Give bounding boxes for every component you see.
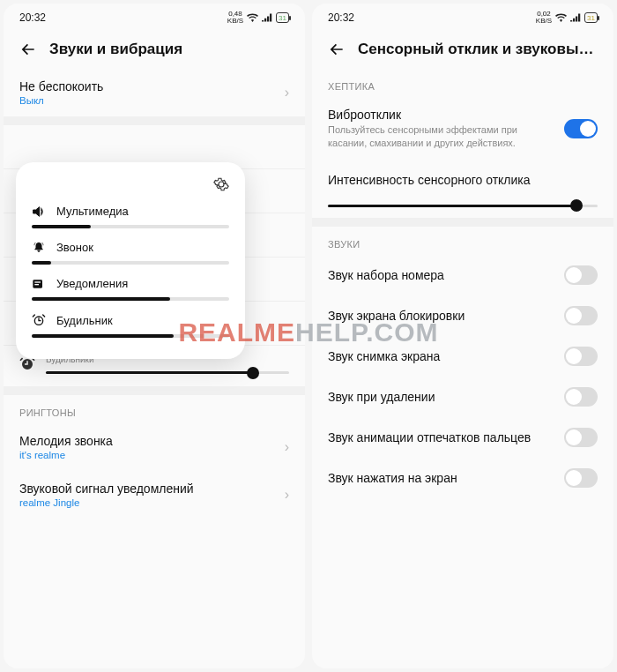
sound-label: Звук снимка экрана	[328, 349, 555, 363]
notif-title: Звуковой сигнал уведомлений	[19, 482, 276, 496]
page-title: Звуки и вибрация	[49, 41, 289, 58]
row-sound-2[interactable]: Звук снимка экрана	[312, 336, 613, 377]
sound-toggle[interactable]	[564, 306, 598, 325]
ringtone-sub: it's realme	[19, 450, 276, 460]
vol-row-ring: Звонок	[32, 241, 229, 265]
status-rate: 0,02KB/S	[536, 11, 552, 25]
gear-icon[interactable]	[213, 176, 229, 192]
ringtone-title: Мелодия звонка	[19, 434, 276, 448]
chevron-right-icon: ›	[285, 487, 289, 503]
intensity-thumb[interactable]	[570, 199, 583, 212]
status-time: 20:32	[19, 11, 46, 24]
vol-multimedia-label: Мультимедиа	[56, 205, 129, 218]
clock-icon	[32, 313, 48, 327]
vol-row-alarm: Будильник	[32, 313, 229, 338]
dnd-sub: Выкл	[19, 95, 276, 106]
section-ringtones: РИНГТОНЫ	[4, 395, 305, 423]
svg-rect-1	[34, 281, 41, 282]
sound-label: Звук анимации отпечатков пальцев	[328, 430, 555, 444]
row-notification-sound[interactable]: Звуковой сигнал уведомлений realme Jingl…	[4, 471, 305, 519]
vol-row-notify: Уведомления	[32, 277, 229, 301]
vol-multimedia-slider[interactable]	[32, 225, 229, 228]
alarm-slider-thumb[interactable]	[247, 367, 259, 379]
status-rate: 0,48KB/S	[227, 11, 243, 25]
wifi-icon	[247, 13, 258, 22]
section-haptics: ХЕПТИКА	[312, 69, 613, 97]
svg-rect-2	[34, 284, 39, 285]
page-title: Сенсорный отклик и звуковые сигна…	[358, 41, 598, 58]
status-bar: 20:32 0,02KB/S 31	[312, 4, 613, 28]
row-haptic-intensity: Интенсивность сенсорного отклика	[312, 161, 613, 190]
vol-ring-label: Звонок	[56, 241, 93, 254]
volume-panel: Мультимедиа Звонок Уведомления	[16, 162, 245, 359]
battery-icon: 31	[584, 12, 598, 23]
signal-icon	[262, 13, 272, 22]
speaker-icon	[32, 205, 48, 218]
vol-alarm-slider[interactable]	[32, 334, 229, 338]
row-dnd[interactable]: Не беспокоить Выкл ›	[4, 69, 305, 116]
intensity-slider[interactable]	[328, 205, 598, 207]
row-sound-0[interactable]: Звук набора номера	[312, 255, 613, 295]
intensity-title: Интенсивность сенсорного отклика	[328, 173, 598, 187]
sound-toggle[interactable]	[564, 428, 598, 447]
notif-sub: realme Jingle	[19, 497, 276, 508]
notification-icon	[32, 278, 48, 290]
haptic-toggle[interactable]	[564, 119, 598, 138]
vol-row-multimedia: Мультимедиа	[32, 205, 229, 228]
wifi-icon	[555, 13, 567, 22]
haptic-title: Виброотклик	[328, 108, 555, 122]
page-header: Звуки и вибрация	[4, 28, 305, 69]
alarm-slider[interactable]	[46, 371, 289, 374]
vol-ring-slider[interactable]	[32, 261, 229, 265]
sound-label: Звук при удалении	[328, 390, 555, 404]
row-sound-5[interactable]: Звук нажатия на экран	[312, 458, 613, 498]
status-time: 20:32	[328, 11, 354, 24]
sound-label: Звук набора номера	[328, 268, 555, 282]
row-ringtone[interactable]: Мелодия звонка it's realme ›	[4, 423, 305, 471]
sound-toggle[interactable]	[564, 387, 598, 407]
phone-left: 20:32 0,48KB/S 31 Звуки и вибрация Не бе…	[4, 4, 305, 668]
row-sound-3[interactable]: Звук при удалении	[312, 377, 613, 417]
dnd-title: Не беспокоить	[19, 79, 276, 93]
vol-alarm-label: Будильник	[56, 314, 113, 327]
sound-toggle[interactable]	[564, 468, 598, 488]
alarm-slider-fill	[46, 371, 253, 374]
battery-icon: 31	[276, 12, 289, 23]
sound-label: Звук экрана блокировки	[328, 309, 555, 323]
back-icon[interactable]	[19, 41, 37, 58]
row-sound-1[interactable]: Звук экрана блокировки	[312, 295, 613, 336]
phone-right: 20:32 0,02KB/S 31 Сенсорный отклик и зву…	[312, 4, 613, 668]
vol-notify-label: Уведомления	[56, 277, 128, 290]
haptic-desc: Пользуйтесь сенсорными эффектами при кас…	[328, 123, 555, 150]
status-bar: 20:32 0,48KB/S 31	[4, 4, 305, 28]
row-sound-4[interactable]: Звук анимации отпечатков пальцев	[312, 417, 613, 458]
section-sounds: ЗВУКИ	[312, 227, 613, 255]
chevron-right-icon: ›	[285, 85, 289, 101]
row-haptic-feedback[interactable]: Виброотклик Пользуйтесь сенсорными эффек…	[312, 97, 613, 161]
sound-toggle[interactable]	[564, 265, 598, 285]
chevron-right-icon: ›	[285, 439, 289, 455]
divider	[4, 386, 305, 395]
divider	[312, 218, 613, 227]
signal-icon	[570, 13, 581, 22]
sound-label: Звук нажатия на экран	[328, 471, 555, 485]
divider	[4, 116, 305, 125]
page-header: Сенсорный отклик и звуковые сигна…	[312, 28, 613, 69]
sound-toggle[interactable]	[564, 347, 598, 366]
bell-icon	[32, 242, 48, 254]
back-icon[interactable]	[328, 41, 346, 58]
vol-notify-slider[interactable]	[32, 297, 229, 301]
